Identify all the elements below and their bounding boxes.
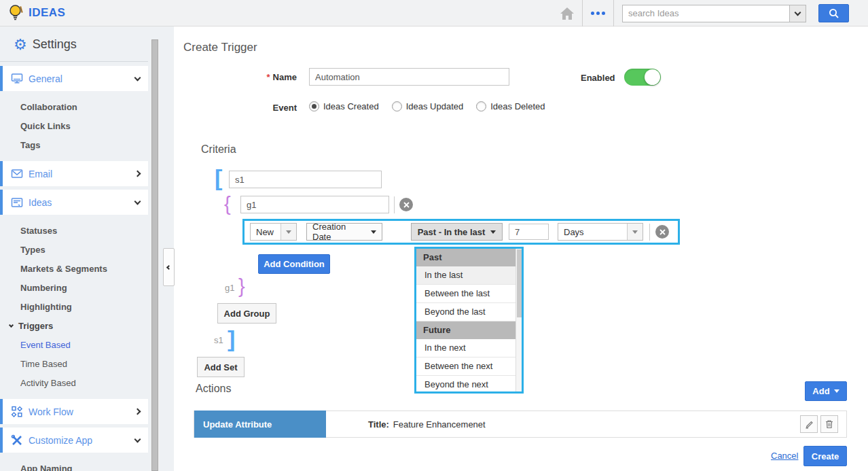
condition-row: New Creation Date Past - In the last Day… bbox=[242, 219, 680, 245]
actions-heading: Actions bbox=[196, 383, 231, 395]
caret-down-icon bbox=[834, 389, 839, 393]
home-icon bbox=[559, 6, 575, 21]
home-button[interactable] bbox=[551, 0, 582, 27]
toggle-knob bbox=[645, 69, 660, 85]
radio-label: Ideas Updated bbox=[406, 101, 464, 111]
set-close-bracket: ] bbox=[228, 328, 235, 349]
app-logo[interactable]: IDEAS bbox=[0, 4, 65, 22]
lightbulb-icon bbox=[8, 4, 24, 22]
sidebar-item-triggers[interactable]: Triggers bbox=[0, 317, 148, 336]
dropdown-scrollbar[interactable] bbox=[516, 249, 522, 391]
add-condition-button[interactable]: Add Condition bbox=[258, 254, 330, 274]
add-group-button[interactable]: Add Group bbox=[217, 303, 276, 324]
sidebar-item-general[interactable]: General bbox=[0, 66, 148, 91]
unit-select[interactable]: Days bbox=[558, 223, 643, 241]
sidebar-item-ideas[interactable]: Ideas bbox=[0, 190, 148, 215]
x-icon bbox=[403, 202, 410, 208]
search-scope-dropdown[interactable] bbox=[789, 5, 806, 22]
attribute-dropdown-value: Creation Date bbox=[312, 222, 365, 242]
dropdown-option-in-the-next[interactable]: In the next bbox=[416, 339, 522, 357]
operator-dropdown-value: Past - In the last bbox=[418, 227, 486, 237]
sidebar-item-event-based[interactable]: Event Based bbox=[0, 336, 148, 355]
caret-down-icon bbox=[490, 230, 496, 234]
sidebar-item-collaboration[interactable]: Collaboration bbox=[0, 98, 148, 117]
sidebar-item-tags[interactable]: Tags bbox=[0, 136, 148, 155]
sidebar-item-numbering[interactable]: Numbering bbox=[0, 279, 148, 298]
sidebar-item-highlighting[interactable]: Highlighting bbox=[0, 298, 148, 317]
document-icon bbox=[11, 197, 29, 208]
chevron-down-icon bbox=[795, 9, 801, 16]
set-open-bracket: [ bbox=[215, 167, 222, 188]
flow-diagram-icon bbox=[11, 406, 29, 418]
attribute-dropdown-button[interactable]: Creation Date bbox=[306, 223, 382, 241]
sidebar-item-label: General bbox=[29, 73, 62, 84]
dropdown-option-in-the-last[interactable]: In the last bbox=[416, 266, 522, 285]
value-select[interactable]: New bbox=[250, 223, 297, 241]
cancel-link[interactable]: Cancel bbox=[771, 451, 798, 461]
sidebar-header: ⚙ Settings bbox=[0, 27, 148, 58]
radio-ideas-deleted[interactable]: Ideas Deleted bbox=[476, 101, 545, 111]
action-row: Update Attribute Title: Feature Enhancem… bbox=[194, 411, 847, 438]
remove-group-button[interactable] bbox=[399, 198, 413, 211]
sidebar-collapse-handle[interactable] bbox=[163, 248, 175, 286]
group-name-input[interactable] bbox=[240, 196, 389, 213]
scrollbar-thumb[interactable] bbox=[517, 249, 522, 317]
create-button[interactable]: Create bbox=[803, 446, 847, 466]
sidebar-item-work-flow[interactable]: Work Flow bbox=[0, 399, 148, 424]
unit-select-value: Days bbox=[558, 224, 627, 240]
add-set-button[interactable]: Add Set bbox=[197, 357, 245, 377]
scrollbar-thumb[interactable] bbox=[151, 39, 158, 471]
more-menu-button[interactable] bbox=[583, 0, 613, 27]
name-input[interactable] bbox=[309, 68, 509, 86]
chevron-down-icon bbox=[9, 323, 14, 328]
sidebar-item-activity-based[interactable]: Activity Based bbox=[0, 374, 148, 393]
x-icon bbox=[659, 229, 666, 235]
remove-condition-button[interactable] bbox=[655, 225, 669, 239]
sidebar-item-types[interactable]: Types bbox=[0, 241, 148, 260]
name-label: *Name bbox=[174, 72, 297, 82]
action-field-label: Title: bbox=[368, 419, 389, 430]
radio-icon bbox=[392, 101, 402, 111]
edit-action-button[interactable] bbox=[800, 415, 818, 433]
set-name-input[interactable] bbox=[229, 171, 382, 188]
sidebar-item-app-naming[interactable]: App Naming bbox=[0, 459, 148, 471]
operator-dropdown-button[interactable]: Past - In the last bbox=[411, 223, 503, 241]
radio-ideas-updated[interactable]: Ideas Updated bbox=[392, 101, 464, 111]
sidebar-item-time-based[interactable]: Time Based bbox=[0, 355, 148, 374]
enabled-toggle[interactable] bbox=[624, 69, 661, 86]
radio-icon bbox=[476, 101, 486, 111]
gear-icon: ⚙ bbox=[14, 38, 27, 52]
radio-ideas-created[interactable]: Ideas Created bbox=[309, 101, 379, 111]
radio-selected-icon bbox=[309, 101, 319, 111]
value-select-value: New bbox=[251, 224, 281, 240]
separator bbox=[394, 196, 395, 213]
caret-down-icon bbox=[281, 224, 296, 240]
divider bbox=[0, 61, 148, 62]
set-close-name: s1 bbox=[214, 335, 223, 345]
search-button[interactable] bbox=[818, 4, 849, 22]
action-field-value: Feature Enhancemenet bbox=[393, 419, 486, 430]
number-input[interactable] bbox=[509, 224, 549, 240]
sidebar-item-email[interactable]: Email bbox=[0, 161, 148, 186]
add-action-button[interactable]: Add bbox=[805, 381, 847, 401]
app-name: IDEAS bbox=[29, 6, 65, 20]
search-icon bbox=[828, 7, 840, 20]
sidebar-item-quick-links[interactable]: Quick Links bbox=[0, 117, 148, 136]
caret-down-icon bbox=[627, 224, 643, 240]
sidebar-item-label: Work Flow bbox=[29, 406, 73, 417]
dropdown-option-between-the-last[interactable]: Between the last bbox=[416, 285, 522, 303]
ellipsis-icon bbox=[591, 12, 605, 15]
dropdown-option-beyond-the-last[interactable]: Beyond the last bbox=[416, 303, 522, 321]
dropdown-option-between-the-next[interactable]: Between the next bbox=[416, 357, 522, 376]
enabled-label: Enabled bbox=[581, 73, 615, 83]
dropdown-option-beyond-the-next[interactable]: Beyond the next bbox=[416, 376, 522, 391]
sidebar-scrollbar[interactable] bbox=[151, 39, 159, 471]
group-open-brace: { bbox=[224, 194, 231, 214]
sidebar-item-markets-segments[interactable]: Markets & Segments bbox=[0, 260, 148, 279]
sidebar-item-customize-app[interactable]: Customize App bbox=[0, 428, 148, 453]
envelope-icon bbox=[11, 169, 29, 179]
search-input[interactable] bbox=[622, 5, 789, 22]
sidebar-item-statuses[interactable]: Statuses bbox=[0, 222, 148, 241]
trash-icon bbox=[825, 419, 834, 429]
delete-action-button[interactable] bbox=[820, 415, 838, 433]
